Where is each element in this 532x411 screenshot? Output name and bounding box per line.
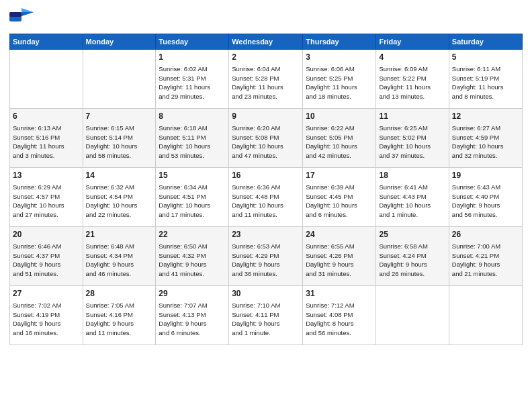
calendar-cell: 21Sunrise: 6:48 AM Sunset: 4:34 PM Dayli… (83, 227, 156, 286)
day-number: 20 (13, 229, 80, 240)
day-info: Sunrise: 6:43 AM Sunset: 4:40 PM Dayligh… (452, 183, 519, 220)
day-info: Sunrise: 6:41 AM Sunset: 4:43 PM Dayligh… (379, 183, 445, 220)
calendar-week-1: 1Sunrise: 6:02 AM Sunset: 5:31 PM Daylig… (10, 50, 523, 109)
day-number: 30 (232, 288, 300, 300)
day-number: 2 (232, 52, 300, 63)
calendar-cell (449, 286, 522, 345)
calendar-cell: 4Sunrise: 6:09 AM Sunset: 5:22 PM Daylig… (376, 50, 449, 109)
day-number: 7 (86, 111, 153, 122)
col-header-monday: Monday (83, 34, 156, 50)
day-info: Sunrise: 6:32 AM Sunset: 4:54 PM Dayligh… (86, 183, 153, 220)
calendar-cell: 5Sunrise: 6:11 AM Sunset: 5:19 PM Daylig… (449, 50, 522, 109)
day-info: Sunrise: 6:20 AM Sunset: 5:08 PM Dayligh… (232, 124, 300, 161)
calendar-cell (376, 286, 449, 345)
day-number: 25 (379, 229, 445, 240)
day-number: 5 (452, 52, 519, 63)
day-number: 28 (86, 288, 153, 300)
day-number: 22 (159, 229, 226, 240)
svg-marker-3 (21, 12, 34, 16)
calendar-week-4: 20Sunrise: 6:46 AM Sunset: 4:37 PM Dayli… (10, 227, 523, 286)
day-number: 21 (86, 229, 153, 240)
calendar-cell: 27Sunrise: 7:02 AM Sunset: 4:19 PM Dayli… (10, 286, 83, 345)
col-header-saturday: Saturday (449, 34, 522, 50)
day-info: Sunrise: 6:09 AM Sunset: 5:22 PM Dayligh… (379, 64, 445, 101)
calendar-cell: 28Sunrise: 7:05 AM Sunset: 4:16 PM Dayli… (83, 286, 156, 345)
day-number: 8 (159, 111, 226, 122)
calendar-cell (83, 50, 156, 109)
calendar-cell: 24Sunrise: 6:55 AM Sunset: 4:26 PM Dayli… (303, 227, 376, 286)
day-number: 31 (306, 288, 373, 300)
day-info: Sunrise: 6:53 AM Sunset: 4:29 PM Dayligh… (232, 242, 300, 279)
col-header-thursday: Thursday (303, 34, 376, 50)
calendar-week-5: 27Sunrise: 7:02 AM Sunset: 4:19 PM Dayli… (10, 286, 523, 345)
day-info: Sunrise: 7:10 AM Sunset: 4:11 PM Dayligh… (232, 301, 300, 338)
day-info: Sunrise: 6:55 AM Sunset: 4:26 PM Dayligh… (306, 242, 373, 279)
day-number: 4 (379, 52, 445, 63)
day-number: 29 (159, 288, 226, 300)
page: SundayMondayTuesdayWednesdayThursdayFrid… (0, 0, 532, 411)
calendar-cell: 2Sunrise: 6:04 AM Sunset: 5:28 PM Daylig… (229, 50, 303, 109)
calendar-cell: 15Sunrise: 6:34 AM Sunset: 4:51 PM Dayli… (156, 168, 229, 227)
calendar-cell: 20Sunrise: 6:46 AM Sunset: 4:37 PM Dayli… (10, 227, 83, 286)
day-info: Sunrise: 7:00 AM Sunset: 4:21 PM Dayligh… (452, 242, 519, 279)
calendar-cell: 23Sunrise: 6:53 AM Sunset: 4:29 PM Dayli… (229, 227, 303, 286)
calendar-cell: 18Sunrise: 6:41 AM Sunset: 4:43 PM Dayli… (376, 168, 449, 227)
day-number: 15 (159, 170, 226, 181)
calendar-cell: 1Sunrise: 6:02 AM Sunset: 5:31 PM Daylig… (156, 50, 229, 109)
calendar-cell: 29Sunrise: 7:07 AM Sunset: 4:13 PM Dayli… (156, 286, 229, 345)
day-info: Sunrise: 6:22 AM Sunset: 5:05 PM Dayligh… (306, 124, 373, 161)
header (9, 7, 523, 28)
calendar-cell: 10Sunrise: 6:22 AM Sunset: 5:05 PM Dayli… (303, 109, 376, 168)
col-header-wednesday: Wednesday (229, 34, 303, 50)
day-number: 17 (306, 170, 373, 181)
day-number: 19 (452, 170, 519, 181)
calendar-cell: 22Sunrise: 6:50 AM Sunset: 4:32 PM Dayli… (156, 227, 229, 286)
calendar-cell: 25Sunrise: 6:58 AM Sunset: 4:24 PM Dayli… (376, 227, 449, 286)
day-info: Sunrise: 6:48 AM Sunset: 4:34 PM Dayligh… (86, 242, 153, 279)
day-info: Sunrise: 7:05 AM Sunset: 4:16 PM Dayligh… (86, 301, 153, 338)
calendar-cell: 31Sunrise: 7:12 AM Sunset: 4:08 PM Dayli… (303, 286, 376, 345)
day-info: Sunrise: 6:15 AM Sunset: 5:14 PM Dayligh… (86, 124, 153, 161)
col-header-sunday: Sunday (10, 34, 83, 50)
calendar-cell: 11Sunrise: 6:25 AM Sunset: 5:02 PM Dayli… (376, 109, 449, 168)
day-number: 18 (379, 170, 445, 181)
day-info: Sunrise: 7:02 AM Sunset: 4:19 PM Dayligh… (13, 301, 80, 338)
day-info: Sunrise: 6:36 AM Sunset: 4:48 PM Dayligh… (232, 183, 300, 220)
day-info: Sunrise: 7:12 AM Sunset: 4:08 PM Dayligh… (306, 301, 373, 338)
day-number: 23 (232, 229, 300, 240)
calendar-cell: 17Sunrise: 6:39 AM Sunset: 4:45 PM Dayli… (303, 168, 376, 227)
day-info: Sunrise: 6:27 AM Sunset: 4:59 PM Dayligh… (452, 124, 519, 161)
day-info: Sunrise: 6:39 AM Sunset: 4:45 PM Dayligh… (306, 183, 373, 220)
calendar-cell: 6Sunrise: 6:13 AM Sunset: 5:16 PM Daylig… (10, 109, 83, 168)
day-number: 27 (13, 288, 80, 300)
day-number: 26 (452, 229, 519, 240)
day-info: Sunrise: 6:58 AM Sunset: 4:24 PM Dayligh… (379, 242, 445, 279)
svg-rect-1 (9, 12, 21, 17)
day-number: 3 (306, 52, 373, 63)
calendar-week-2: 6Sunrise: 6:13 AM Sunset: 5:16 PM Daylig… (10, 109, 523, 168)
calendar-cell: 14Sunrise: 6:32 AM Sunset: 4:54 PM Dayli… (83, 168, 156, 227)
col-header-friday: Friday (376, 34, 449, 50)
day-number: 12 (452, 111, 519, 122)
day-number: 11 (379, 111, 445, 122)
logo (9, 7, 38, 28)
day-info: Sunrise: 6:02 AM Sunset: 5:31 PM Dayligh… (159, 64, 226, 101)
day-number: 1 (159, 52, 226, 63)
calendar-header-row: SundayMondayTuesdayWednesdayThursdayFrid… (10, 34, 523, 50)
day-info: Sunrise: 6:11 AM Sunset: 5:19 PM Dayligh… (452, 64, 519, 101)
calendar-week-3: 13Sunrise: 6:29 AM Sunset: 4:57 PM Dayli… (10, 168, 523, 227)
day-number: 10 (306, 111, 373, 122)
day-info: Sunrise: 6:46 AM Sunset: 4:37 PM Dayligh… (13, 242, 80, 279)
calendar-cell: 30Sunrise: 7:10 AM Sunset: 4:11 PM Dayli… (229, 286, 303, 345)
calendar-cell: 3Sunrise: 6:06 AM Sunset: 5:25 PM Daylig… (303, 50, 376, 109)
day-number: 6 (13, 111, 80, 122)
calendar-cell: 12Sunrise: 6:27 AM Sunset: 4:59 PM Dayli… (449, 109, 522, 168)
day-number: 14 (86, 170, 153, 181)
day-number: 24 (306, 229, 373, 240)
day-info: Sunrise: 6:25 AM Sunset: 5:02 PM Dayligh… (379, 124, 445, 161)
day-info: Sunrise: 6:34 AM Sunset: 4:51 PM Dayligh… (159, 183, 226, 220)
day-number: 13 (13, 170, 80, 181)
calendar: SundayMondayTuesdayWednesdayThursdayFrid… (9, 34, 523, 345)
day-info: Sunrise: 6:50 AM Sunset: 4:32 PM Dayligh… (159, 242, 226, 279)
day-info: Sunrise: 6:13 AM Sunset: 5:16 PM Dayligh… (13, 124, 80, 161)
